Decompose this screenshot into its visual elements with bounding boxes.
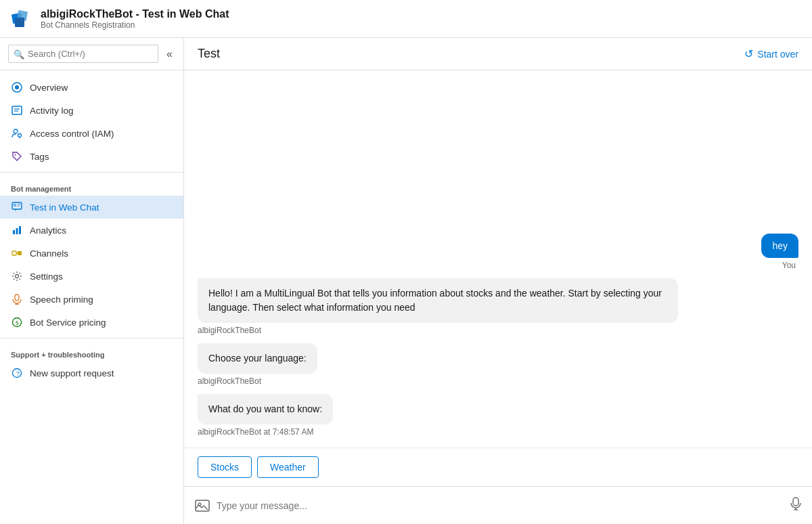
test-web-chat-icon [11, 201, 23, 213]
sidebar-item-channels[interactable]: Channels [0, 242, 183, 265]
app-icon [11, 8, 32, 30]
svg-point-8 [14, 129, 18, 133]
speech-priming-icon [11, 293, 23, 305]
sidebar-item-speech-priming-label: Speech priming [30, 294, 93, 305]
sidebar-item-test-web-chat[interactable]: Test in Web Chat [0, 196, 183, 219]
bot-label-3: albigiRockTheBot at 7:48:57 AM [198, 427, 313, 437]
divider-1 [0, 172, 183, 173]
content-title: Test [198, 47, 220, 61]
sidebar-item-pricing[interactable]: $ Bot Service pricing [0, 311, 183, 334]
svg-point-4 [15, 85, 19, 89]
bot-message-1-wrap: Hello! I am a MultiLingual Bot that tell… [198, 278, 678, 335]
analytics-icon [11, 224, 23, 236]
sidebar-item-support[interactable]: ? New support request [0, 362, 183, 385]
weather-button[interactable]: Weather [257, 456, 319, 478]
bot-bubble-1: Hello! I am a MultiLingual Bot that tell… [198, 278, 678, 323]
top-header: albigiRockTheBot - Test in Web Chat Bot … [0, 0, 812, 38]
suggestion-buttons-area: Stocks Weather [184, 447, 812, 486]
sidebar-item-overview-label: Overview [30, 83, 68, 93]
user-message-wrap: hey You [198, 234, 798, 270]
support-icon: ? [11, 367, 23, 379]
attach-image-button[interactable] [195, 500, 210, 512]
svg-rect-14 [18, 204, 20, 205]
sidebar-item-activity-label: Activity log [30, 106, 74, 116]
sidebar-item-tags[interactable]: Tags [0, 145, 183, 168]
sidebar-item-channels-label: Channels [30, 248, 68, 259]
bot-bubble-2: Choose your language: [198, 343, 317, 374]
channels-icon [11, 247, 23, 259]
sidebar-item-test-web-chat-label: Test in Web Chat [30, 202, 99, 213]
bot-label-2: albigiRockTheBot [198, 376, 261, 386]
microphone-button[interactable] [790, 497, 801, 514]
collapse-button[interactable]: « [164, 47, 175, 62]
content-area: Test ↺ Start over hey You Hello! I am a … [184, 38, 812, 524]
microphone-icon [790, 497, 801, 510]
svg-rect-20 [18, 251, 22, 255]
divider-2 [0, 338, 183, 339]
sidebar-item-tags-label: Tags [30, 152, 49, 162]
svg-point-22 [16, 275, 19, 278]
chat-spacer [198, 81, 798, 225]
refresh-icon: ↺ [744, 47, 753, 60]
sidebar-item-iam-label: Access control (IAM) [30, 129, 114, 139]
activity-log-icon [11, 104, 23, 116]
sidebar: 🔍 « Overview Activity log [0, 38, 184, 524]
sidebar-item-access-control[interactable]: Access control (IAM) [0, 122, 183, 145]
sidebar-item-overview[interactable]: Overview [0, 76, 183, 99]
svg-rect-32 [793, 498, 798, 506]
main-layout: 🔍 « Overview Activity log [0, 38, 812, 524]
bot-label-1: albigiRockTheBot [198, 326, 261, 335]
sidebar-item-speech-priming[interactable]: Speech priming [0, 288, 183, 311]
svg-rect-2 [15, 18, 24, 27]
start-over-label: Start over [757, 49, 798, 60]
access-control-icon [11, 127, 23, 139]
overview-icon [11, 81, 23, 93]
svg-rect-19 [12, 251, 16, 255]
sidebar-item-settings-label: Settings [30, 271, 63, 282]
svg-rect-13 [14, 204, 16, 206]
settings-icon [11, 270, 23, 282]
user-bubble: hey [761, 234, 798, 258]
svg-rect-17 [16, 228, 18, 234]
svg-rect-5 [12, 106, 22, 114]
sidebar-item-analytics[interactable]: Analytics [0, 219, 183, 242]
sidebar-item-analytics-label: Analytics [30, 225, 66, 236]
bot-message-2-wrap: Choose your language: albigiRockTheBot [198, 343, 678, 386]
svg-rect-18 [19, 226, 21, 234]
tags-icon [11, 150, 23, 162]
chat-input-area [184, 486, 812, 524]
sidebar-item-pricing-label: Bot Service pricing [30, 318, 106, 328]
header-title-block: albigiRockTheBot - Test in Web Chat Bot … [41, 8, 229, 30]
page-title: albigiRockTheBot - Test in Web Chat [41, 8, 229, 20]
content-header: Test ↺ Start over [184, 38, 812, 70]
sidebar-nav: Overview Activity log Access control (IA… [0, 70, 183, 524]
user-label: You [782, 261, 798, 270]
sidebar-item-settings[interactable]: Settings [0, 265, 183, 288]
image-icon [195, 500, 210, 512]
svg-text:$: $ [16, 320, 19, 326]
search-input[interactable] [8, 45, 158, 63]
chat-input[interactable] [217, 500, 784, 511]
svg-rect-15 [18, 206, 20, 207]
bot-management-section-label: Bot management [0, 177, 183, 196]
svg-text:?: ? [16, 370, 20, 377]
svg-point-9 [18, 134, 22, 137]
page-subtitle: Bot Channels Registration [41, 20, 229, 30]
sidebar-search-area: 🔍 « [0, 38, 183, 70]
svg-rect-16 [13, 230, 15, 234]
sidebar-item-activity-log[interactable]: Activity log [0, 99, 183, 122]
bot-bubble-3: What do you want to know: [198, 394, 333, 424]
start-over-button[interactable]: ↺ Start over [744, 47, 798, 60]
chat-area: hey You Hello! I am a MultiLingual Bot t… [184, 70, 812, 447]
stocks-button[interactable]: Stocks [198, 456, 252, 478]
pricing-icon: $ [11, 316, 23, 328]
sidebar-item-support-label: New support request [30, 368, 114, 378]
svg-point-11 [15, 154, 16, 156]
support-section-label: Support + troubleshooting [0, 343, 183, 362]
svg-rect-23 [15, 294, 19, 301]
bot-message-3-wrap: What do you want to know: albigiRockTheB… [198, 394, 678, 437]
